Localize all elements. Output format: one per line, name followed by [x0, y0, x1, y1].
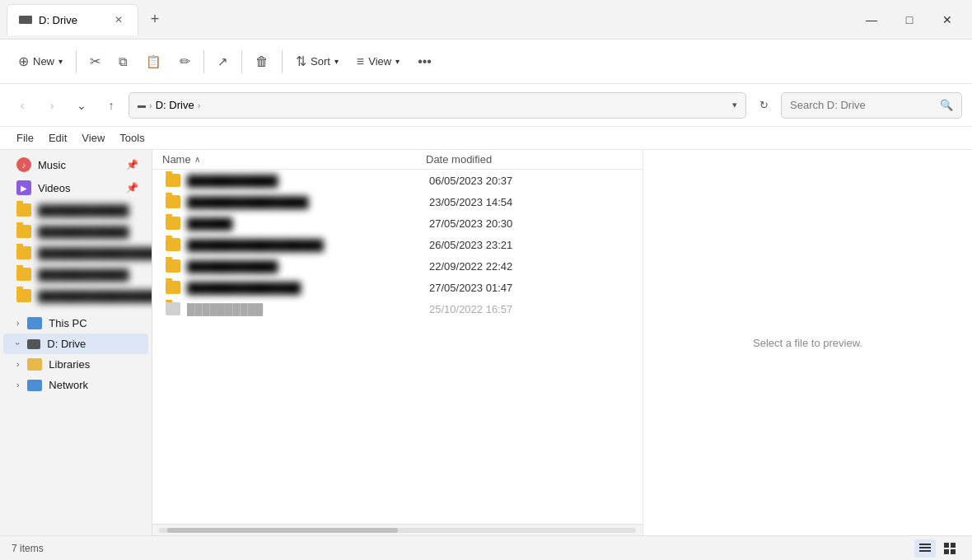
- list-view-button[interactable]: [914, 539, 936, 558]
- svg-rect-3: [944, 543, 949, 548]
- table-row[interactable]: ████████████████ 23/05/2023 14:54: [156, 191, 639, 212]
- cut-button[interactable]: ✂: [82, 49, 109, 74]
- path-chevron-1: ›: [149, 100, 152, 110]
- column-date[interactable]: Date modified: [426, 153, 574, 166]
- file-list: ████████████ 06/05/2023 20:37 ██████████…: [152, 170, 643, 524]
- sidebar-item-blurred-4[interactable]: ████████████: [3, 264, 148, 285]
- recent-button[interactable]: ⌄: [69, 93, 94, 118]
- svg-rect-6: [951, 549, 956, 554]
- menu-view[interactable]: View: [75, 129, 111, 147]
- table-row[interactable]: ██████████ 25/10/2022 16:57: [156, 298, 639, 320]
- delete-button[interactable]: 🗑: [247, 49, 277, 74]
- menu-tools[interactable]: Tools: [113, 129, 151, 147]
- share-button[interactable]: ↗: [209, 49, 236, 74]
- view-button[interactable]: ≡ View ▾: [348, 49, 408, 74]
- folder-icon: [166, 281, 180, 294]
- sort-label: Sort: [311, 55, 330, 68]
- sidebar-item-blurred-3[interactable]: ████████████████: [3, 242, 148, 264]
- copy-icon: ⧉: [119, 54, 128, 69]
- network-chevron: ›: [16, 380, 19, 390]
- sort-arrow-icon: ∧: [194, 155, 200, 164]
- sidebar-item-blurred-2[interactable]: ████████████: [3, 221, 148, 242]
- thispc-chevron: ›: [16, 319, 19, 328]
- menu-bar: File Edit View Tools: [0, 127, 972, 150]
- search-input[interactable]: [790, 99, 935, 111]
- sidebar-item-blurred-1[interactable]: ████████████: [3, 199, 148, 221]
- sidebar-item-thispc-label: This PC: [49, 317, 86, 329]
- address-input[interactable]: ▬ › D: Drive › ▾: [129, 92, 746, 119]
- grid-view-button[interactable]: [939, 539, 960, 558]
- search-box[interactable]: 🔍: [781, 92, 962, 119]
- new-tab-button[interactable]: +: [142, 7, 168, 33]
- paste-icon: 📋: [146, 54, 161, 69]
- sidebar-item-blurred-5[interactable]: ████████████████: [3, 285, 148, 306]
- grid-view-icon: [944, 543, 956, 554]
- more-button[interactable]: •••: [409, 49, 440, 74]
- address-bar: ‹ › ⌄ ↑ ▬ › D: Drive › ▾ ↻ 🔍: [0, 84, 972, 127]
- file-name-cell: ██████: [166, 217, 429, 230]
- file-name: ████████████: [187, 260, 278, 273]
- file-date-cell: 25/10/2022 16:57: [429, 303, 577, 315]
- tab-close-button[interactable]: ✕: [111, 12, 126, 27]
- new-button[interactable]: ⊕ New ▾: [10, 49, 71, 74]
- folder-icon-1: [16, 203, 31, 217]
- rename-button[interactable]: ✏: [171, 49, 199, 74]
- sort-button[interactable]: ⇅ Sort ▾: [287, 49, 347, 74]
- sidebar-item-blurred-4-label: ████████████: [38, 268, 129, 281]
- up-button[interactable]: ↑: [99, 93, 124, 118]
- sidebar-item-libraries[interactable]: › Libraries: [3, 354, 148, 375]
- menu-file[interactable]: File: [10, 129, 40, 147]
- horizontal-scrollbar-thumb[interactable]: [167, 528, 398, 533]
- forward-button: ›: [40, 93, 64, 118]
- table-row[interactable]: ██████ 27/05/2023 20:30: [156, 212, 639, 234]
- file-name: ██████: [187, 217, 232, 230]
- back-button: ‹: [10, 93, 35, 118]
- sidebar-item-music[interactable]: ♪ Music 📌: [3, 153, 148, 176]
- sidebar-item-videos-label: Videos: [38, 182, 71, 194]
- share-icon: ↗: [217, 54, 228, 69]
- sidebar-item-videos[interactable]: ▶ Videos 📌: [3, 176, 148, 199]
- copy-button[interactable]: ⧉: [110, 49, 136, 74]
- maximize-button[interactable]: □: [891, 7, 928, 33]
- file-name: ████████████: [187, 175, 278, 187]
- drive-icon-sidebar: [27, 339, 40, 349]
- active-tab[interactable]: D: Drive ✕: [7, 4, 138, 35]
- close-button[interactable]: ✕: [929, 7, 965, 33]
- path-drive: D: Drive: [156, 99, 194, 111]
- address-dropdown-icon[interactable]: ▾: [732, 100, 737, 110]
- preview-text: Select a file to preview.: [753, 337, 862, 349]
- sidebar: ♪ Music 📌 ▶ Videos 📌 ████████████ ██████…: [0, 150, 152, 535]
- thispc-icon: [27, 317, 42, 329]
- libraries-chevron: ›: [16, 360, 19, 369]
- menu-edit[interactable]: Edit: [42, 129, 73, 147]
- sidebar-item-libraries-label: Libraries: [49, 358, 90, 371]
- videos-icon: ▶: [16, 180, 31, 195]
- new-label: New: [33, 55, 54, 68]
- refresh-button[interactable]: ↻: [751, 93, 776, 118]
- horizontal-scrollbar-area: [152, 524, 643, 535]
- sidebar-item-ddrive[interactable]: › D: Drive: [3, 334, 148, 354]
- svg-rect-4: [951, 543, 956, 548]
- window-controls: — □ ✕: [853, 7, 965, 33]
- file-name-cell: ████████████████: [166, 195, 429, 208]
- sidebar-item-network[interactable]: › Network: [3, 375, 148, 395]
- folder-icon: [166, 259, 180, 273]
- svg-rect-5: [944, 549, 949, 554]
- column-name[interactable]: Name ∧: [162, 153, 426, 166]
- horizontal-scrollbar[interactable]: [159, 528, 636, 533]
- ddrive-chevron: ›: [13, 343, 22, 345]
- table-row[interactable]: ██████████████████ 26/05/2023 23:21: [156, 234, 639, 255]
- minimize-button[interactable]: —: [853, 7, 890, 33]
- sidebar-item-ddrive-label: D: Drive: [47, 338, 86, 350]
- paste-button[interactable]: 📋: [138, 49, 170, 74]
- table-row[interactable]: ████████████ 06/05/2023 20:37: [156, 170, 639, 191]
- file-name-cell: ██████████████████: [166, 238, 429, 251]
- sidebar-item-thispc[interactable]: › This PC: [3, 313, 148, 334]
- table-row[interactable]: ███████████████ 27/05/2023 01:47: [156, 277, 639, 298]
- sidebar-item-network-label: Network: [49, 379, 88, 391]
- view-label: View: [368, 55, 391, 68]
- table-row[interactable]: ████████████ 22/09/2022 22:42: [156, 255, 639, 277]
- svg-rect-0: [919, 544, 931, 545]
- svg-rect-1: [919, 547, 931, 548]
- folder-icon: [166, 174, 180, 187]
